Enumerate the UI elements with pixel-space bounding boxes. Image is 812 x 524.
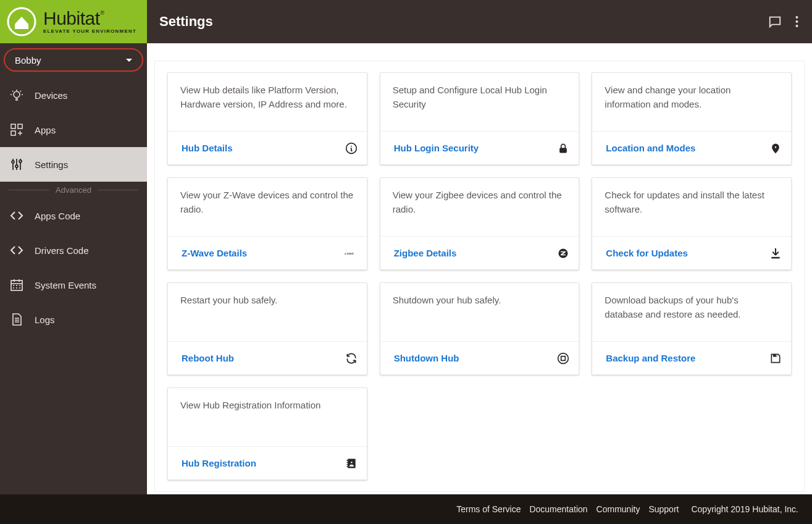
svg-rect-13 bbox=[559, 148, 567, 153]
svg-rect-24 bbox=[346, 462, 348, 463]
card-link[interactable]: Zigbee Details bbox=[394, 248, 457, 258]
card-link[interactable]: Shutdown Hub bbox=[394, 353, 459, 363]
card-description: View and change your location informatio… bbox=[592, 73, 791, 131]
footer: Terms of Service Documentation Community… bbox=[0, 494, 812, 524]
svg-point-2 bbox=[796, 20, 798, 23]
zigbee-icon bbox=[556, 247, 570, 260]
info-icon bbox=[345, 142, 358, 155]
footer-copyright: Copyright 2019 Hubitat, Inc. bbox=[691, 504, 798, 514]
svg-rect-26 bbox=[346, 466, 348, 467]
settings-card: Setup and Configure Local Hub Login Secu… bbox=[380, 72, 580, 165]
top-header: Hubitat ELEVATE YOUR ENVIRONMENT Setting… bbox=[0, 0, 812, 43]
sidebar-item-system-events[interactable]: System Events bbox=[0, 268, 147, 302]
pin-icon bbox=[769, 142, 782, 155]
sidebar-advanced-label: Advanced bbox=[56, 185, 91, 195]
sidebar-item-label: System Events bbox=[35, 280, 96, 290]
card-description: View your Zigbee devices and control the… bbox=[380, 178, 579, 236]
hub-selector-dropdown[interactable]: Bobby bbox=[4, 48, 143, 72]
svg-rect-17 bbox=[771, 256, 779, 258]
apps-grid-icon bbox=[9, 122, 25, 138]
settings-card: Restart your hub safely. Reboot Hub bbox=[167, 282, 367, 375]
card-action-row[interactable]: Backup and Restore bbox=[592, 341, 791, 374]
card-link[interactable]: Location and Modes bbox=[606, 143, 695, 153]
sidebar-item-devices[interactable]: Devices bbox=[0, 78, 147, 112]
card-link[interactable]: Hub Details bbox=[182, 143, 233, 153]
card-action-row[interactable]: Hub Details bbox=[168, 131, 367, 164]
svg-point-8 bbox=[12, 161, 14, 163]
card-action-row[interactable]: Zigbee Details bbox=[380, 236, 579, 269]
svg-rect-25 bbox=[346, 463, 348, 465]
svg-point-18 bbox=[558, 353, 569, 363]
svg-point-1 bbox=[796, 16, 798, 19]
refresh-icon bbox=[345, 352, 358, 365]
footer-link-community[interactable]: Community bbox=[596, 504, 640, 514]
main-content: View Hub details like Platform Version, … bbox=[147, 43, 812, 494]
card-link[interactable]: Hub Registration bbox=[182, 458, 256, 468]
sidebar-item-label: Devices bbox=[35, 90, 67, 101]
sidebar-item-label: Drivers Code bbox=[35, 245, 89, 256]
code-icon bbox=[9, 242, 25, 258]
settings-card: View your Zigbee devices and control the… bbox=[380, 177, 580, 270]
settings-card: Check for updates and install the latest… bbox=[592, 177, 792, 270]
svg-rect-19 bbox=[561, 356, 566, 360]
zwave-icon: Z-WAVE bbox=[345, 247, 358, 260]
settings-cards-wrap: View Hub details like Platform Version, … bbox=[154, 61, 805, 492]
svg-point-3 bbox=[796, 25, 798, 27]
sidebar-item-label: Logs bbox=[35, 315, 55, 325]
settings-card: Download backups of your hub's database … bbox=[592, 282, 792, 375]
card-description: View your Z-Wave devices and control the… bbox=[168, 178, 367, 236]
card-link[interactable]: Backup and Restore bbox=[606, 353, 695, 363]
card-description: Download backups of your hub's database … bbox=[592, 283, 791, 341]
settings-card: View and change your location informatio… bbox=[592, 72, 792, 165]
card-action-row[interactable]: Hub Registration bbox=[168, 446, 367, 480]
card-link[interactable]: Reboot Hub bbox=[182, 353, 234, 363]
sidebar-item-settings[interactable]: Settings bbox=[0, 147, 147, 182]
card-action-row[interactable]: Check for Updates bbox=[592, 236, 791, 269]
sidebar-item-drivers-code[interactable]: Drivers Code bbox=[0, 233, 147, 268]
svg-point-9 bbox=[15, 165, 18, 167]
svg-rect-5 bbox=[11, 124, 15, 129]
card-description: Restart your hub safely. bbox=[168, 283, 367, 341]
settings-cards-grid: View Hub details like Platform Version, … bbox=[160, 72, 799, 375]
sidebar-advanced-divider: Advanced bbox=[0, 182, 147, 198]
more-menu-icon[interactable] bbox=[795, 15, 798, 28]
sidebar-item-apps[interactable]: Apps bbox=[0, 112, 147, 147]
card-description: Setup and Configure Local Hub Login Secu… bbox=[380, 73, 579, 131]
code-icon bbox=[9, 208, 25, 224]
card-action-row[interactable]: Reboot Hub bbox=[168, 341, 367, 374]
logo[interactable]: Hubitat ELEVATE YOUR ENVIRONMENT bbox=[0, 0, 147, 43]
footer-link-tos[interactable]: Terms of Service bbox=[456, 504, 521, 514]
sidebar-item-apps-code[interactable]: Apps Code bbox=[0, 198, 147, 233]
footer-link-support[interactable]: Support bbox=[648, 504, 679, 514]
sidebar: Bobby Devices Apps Settings bbox=[0, 43, 147, 494]
svg-rect-7 bbox=[11, 131, 15, 135]
messages-icon[interactable] bbox=[768, 15, 782, 28]
sidebar-item-logs[interactable]: Logs bbox=[0, 302, 147, 337]
lock-icon bbox=[556, 142, 570, 155]
header-actions bbox=[768, 0, 812, 43]
svg-point-10 bbox=[19, 160, 22, 163]
card-link[interactable]: Check for Updates bbox=[606, 248, 688, 258]
footer-link-docs[interactable]: Documentation bbox=[529, 504, 587, 514]
bulb-icon bbox=[9, 87, 25, 103]
power-icon bbox=[556, 352, 570, 365]
save-icon bbox=[769, 352, 782, 365]
svg-text:Z-WAVE: Z-WAVE bbox=[345, 251, 354, 255]
card-description: Shutdown your hub safely. bbox=[380, 283, 579, 341]
download-icon bbox=[769, 247, 782, 260]
card-action-row[interactable]: Location and Modes bbox=[592, 131, 791, 164]
settings-card: View your Z-Wave devices and control the… bbox=[167, 177, 367, 270]
svg-rect-6 bbox=[18, 124, 22, 129]
card-action-row[interactable]: Z-Wave Details Z-WAVE bbox=[168, 236, 367, 269]
card-description: View Hub Registration Information bbox=[168, 388, 367, 446]
document-icon bbox=[9, 311, 25, 328]
settings-cards-extra: View Hub Registration Information Hub Re… bbox=[160, 387, 799, 480]
svg-point-4 bbox=[14, 91, 20, 98]
settings-card: View Hub Registration Information Hub Re… bbox=[167, 387, 367, 480]
svg-rect-23 bbox=[346, 460, 348, 461]
card-link[interactable]: Hub Login Security bbox=[394, 143, 479, 153]
card-action-row[interactable]: Shutdown Hub bbox=[380, 341, 579, 374]
sidebar-item-label: Apps bbox=[35, 125, 56, 135]
card-action-row[interactable]: Hub Login Security bbox=[380, 131, 579, 164]
card-link[interactable]: Z-Wave Details bbox=[182, 248, 247, 258]
